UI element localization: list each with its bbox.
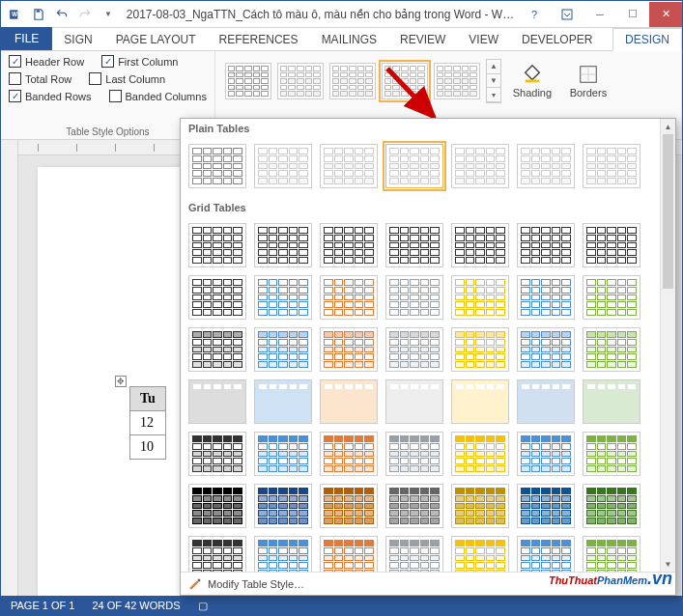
- gallery-thumb-grid-r5-c4[interactable]: [451, 484, 509, 528]
- gallery-thumb-grid-r3-c0[interactable]: [188, 379, 246, 424]
- gallery-thumb-plain-3[interactable]: [385, 144, 443, 188]
- gallery-thumb-grid-r0-c6[interactable]: [583, 223, 640, 267]
- borders-button[interactable]: Borders: [563, 64, 613, 98]
- gallery-thumb-grid-r5-c3[interactable]: [385, 484, 443, 528]
- gallery-scroll-down[interactable]: ▼: [487, 74, 500, 89]
- gallery-thumb-grid-r3-c5[interactable]: [517, 379, 575, 424]
- shading-button[interactable]: Shading: [507, 64, 557, 98]
- tab-view[interactable]: VIEW: [457, 29, 510, 50]
- gallery-thumb-grid-r1-c5[interactable]: [517, 275, 575, 320]
- table-cell[interactable]: 10: [130, 435, 166, 460]
- gallery-thumb-plain-1[interactable]: [254, 144, 312, 188]
- gallery-thumb-grid-r4-c3[interactable]: [385, 432, 443, 476]
- gallery-thumb-grid-r5-c0[interactable]: [188, 484, 246, 528]
- ribbon-collapse-icon[interactable]: [551, 2, 583, 27]
- chk-banded-columns[interactable]: Banded Columns: [109, 90, 207, 102]
- tab-file[interactable]: FILE: [1, 27, 52, 50]
- gallery-thumb-grid-r0-c1[interactable]: [254, 223, 312, 267]
- gallery-thumb-grid-r2-c0[interactable]: [188, 327, 246, 372]
- gallery-thumb-grid-r5-c2[interactable]: [320, 484, 378, 528]
- tab-review[interactable]: REVIEW: [388, 29, 457, 50]
- tab-design-doc[interactable]: SIGN: [52, 29, 103, 50]
- gallery-thumb-grid-r0-c0[interactable]: [188, 223, 246, 267]
- document-table[interactable]: Tu 12 10: [129, 386, 166, 460]
- gallery-thumb-grid-r3-c3[interactable]: [385, 379, 443, 424]
- gallery-thumb-grid-r0-c2[interactable]: [320, 223, 378, 267]
- style-thumb-3[interactable]: [329, 63, 376, 99]
- gallery-thumb-grid-r3-c2[interactable]: [320, 379, 378, 424]
- gallery-thumb-grid-r1-c1[interactable]: [254, 275, 312, 320]
- gallery-thumb-grid-r2-c5[interactable]: [517, 327, 575, 372]
- chk-first-column[interactable]: ✓First Column: [101, 55, 178, 68]
- tab-page-layout[interactable]: PAGE LAYOUT: [104, 29, 208, 50]
- gallery-thumb-grid-r6-c4[interactable]: [451, 536, 509, 572]
- gallery-thumb-plain-5[interactable]: [517, 144, 575, 188]
- gallery-thumb-grid-r6-c0[interactable]: [188, 536, 246, 572]
- gallery-thumb-plain-6[interactable]: [583, 144, 640, 188]
- table-cell[interactable]: 12: [130, 411, 166, 435]
- status-page[interactable]: PAGE 1 OF 1: [11, 600, 74, 611]
- scrollbar-thumb[interactable]: [663, 134, 673, 289]
- style-thumb-4[interactable]: [382, 63, 428, 99]
- chk-total-row[interactable]: Total Row: [9, 72, 71, 85]
- qat-more-icon[interactable]: ▼: [98, 4, 119, 25]
- table-move-handle[interactable]: ✥: [115, 376, 127, 387]
- tab-mailings[interactable]: MAILINGS: [310, 29, 388, 50]
- gallery-thumb-plain-2[interactable]: [320, 144, 378, 188]
- gallery-thumb-grid-r5-c5[interactable]: [517, 484, 575, 528]
- minimize-button[interactable]: ─: [583, 2, 616, 27]
- gallery-thumb-grid-r2-c6[interactable]: [583, 327, 640, 372]
- style-thumb-1[interactable]: [225, 63, 271, 99]
- gallery-thumb-grid-r3-c4[interactable]: [451, 379, 509, 424]
- save-icon[interactable]: [28, 4, 49, 25]
- word-app-icon[interactable]: W: [5, 4, 26, 25]
- gallery-thumb-grid-r4-c6[interactable]: [583, 432, 640, 476]
- style-thumb-2[interactable]: [277, 63, 324, 99]
- gallery-thumb-grid-r3-c1[interactable]: [254, 379, 312, 424]
- chk-last-column[interactable]: Last Column: [89, 72, 165, 85]
- gallery-thumb-grid-r6-c2[interactable]: [320, 536, 378, 572]
- style-thumb-5[interactable]: [434, 63, 480, 99]
- gallery-thumb-grid-r4-c4[interactable]: [451, 432, 509, 476]
- gallery-thumb-grid-r5-c1[interactable]: [254, 484, 312, 528]
- gallery-thumb-grid-r1-c4[interactable]: [451, 275, 509, 320]
- gallery-thumb-grid-r1-c6[interactable]: [583, 275, 640, 320]
- tab-table-design[interactable]: DESIGN: [612, 28, 682, 51]
- gallery-thumb-grid-r4-c5[interactable]: [517, 432, 575, 476]
- gallery-thumb-plain-0[interactable]: [188, 144, 246, 188]
- gallery-thumb-plain-4[interactable]: [451, 144, 509, 188]
- chk-banded-rows[interactable]: ✓Banded Rows: [9, 90, 92, 102]
- table-header-cell[interactable]: Tu: [130, 387, 166, 411]
- gallery-thumb-grid-r0-c4[interactable]: [451, 223, 509, 267]
- tab-references[interactable]: REFERENCES: [208, 29, 310, 50]
- gallery-thumb-grid-r4-c0[interactable]: [188, 432, 246, 476]
- gallery-thumb-grid-r2-c3[interactable]: [385, 327, 443, 372]
- gallery-thumb-grid-r3-c6[interactable]: [583, 379, 640, 424]
- help-icon[interactable]: ?: [518, 2, 551, 27]
- gallery-thumb-grid-r2-c2[interactable]: [320, 327, 378, 372]
- close-button[interactable]: ✕: [649, 2, 682, 27]
- gallery-thumb-grid-r2-c1[interactable]: [254, 327, 312, 372]
- gallery-scroll-up[interactable]: ▲: [487, 60, 500, 74]
- status-proofing-icon[interactable]: ▢: [198, 600, 208, 612]
- undo-icon[interactable]: [51, 4, 72, 25]
- gallery-scrollbar[interactable]: ▲ ▼: [660, 119, 675, 572]
- gallery-thumb-grid-r2-c4[interactable]: [451, 327, 509, 372]
- chk-header-row[interactable]: ✓Header Row: [9, 55, 84, 68]
- gallery-thumb-grid-r4-c2[interactable]: [320, 432, 378, 476]
- maximize-button[interactable]: ☐: [616, 2, 649, 27]
- gallery-thumb-grid-r6-c3[interactable]: [385, 536, 443, 572]
- gallery-expand-button[interactable]: ▾: [487, 88, 500, 102]
- redo-icon[interactable]: [74, 4, 96, 25]
- status-words[interactable]: 24 OF 42 WORDS: [92, 600, 180, 611]
- gallery-thumb-grid-r0-c3[interactable]: [385, 223, 443, 267]
- gallery-thumb-grid-r5-c6[interactable]: [583, 484, 640, 528]
- gallery-thumb-grid-r1-c3[interactable]: [385, 275, 443, 320]
- gallery-thumb-grid-r6-c1[interactable]: [254, 536, 312, 572]
- tab-developer[interactable]: DEVELOPER: [510, 29, 604, 50]
- scrollbar-up[interactable]: ▲: [661, 119, 675, 134]
- gallery-thumb-grid-r4-c1[interactable]: [254, 432, 312, 476]
- gallery-thumb-grid-r1-c2[interactable]: [320, 275, 378, 320]
- gallery-thumb-grid-r1-c0[interactable]: [188, 275, 246, 320]
- gallery-thumb-grid-r0-c5[interactable]: [517, 223, 575, 267]
